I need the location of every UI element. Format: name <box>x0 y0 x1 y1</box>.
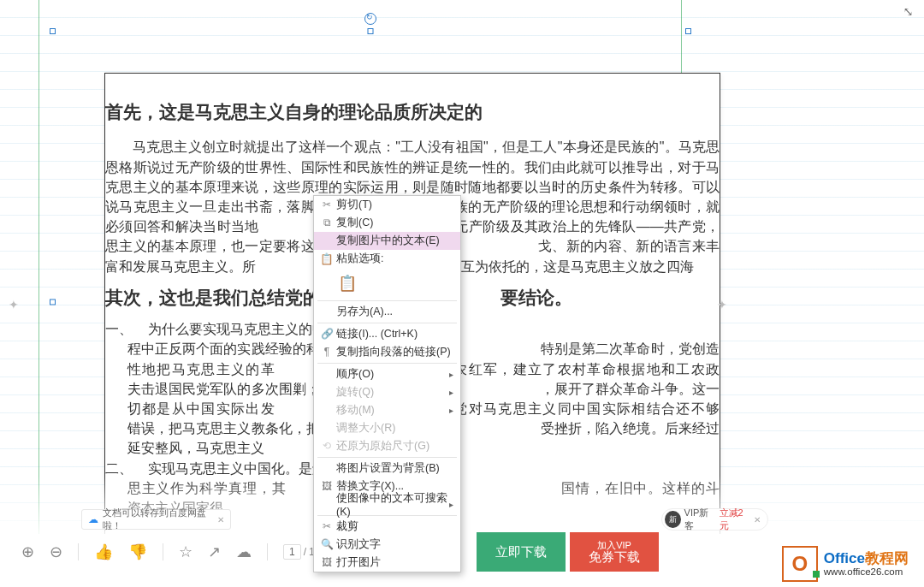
ctx-save-as[interactable]: 另存为(A)... <box>314 303 460 321</box>
logo-title: Office教程网 <box>824 551 909 566</box>
crop-icon: ✂ <box>317 520 336 534</box>
thumb-down-icon[interactable]: 👎 <box>128 543 147 561</box>
ctx-restore-size: ⟲ 还原为原始尺寸(G) <box>314 437 460 455</box>
ctx-set-as-background[interactable]: 将图片设置为背景(B) <box>314 460 460 477</box>
baidu-netdisk-hint[interactable]: ☁ 文档可以转存到百度网盘啦！ ✕ <box>81 509 231 530</box>
vip-discount: 立减2元 <box>720 507 750 532</box>
anchor-left-icon: ✦ <box>9 298 19 311</box>
chevron-right-icon: ▸ <box>449 370 453 379</box>
new-badge: 新 <box>665 511 681 528</box>
office-icon: O <box>782 546 818 582</box>
ctx-cut[interactable]: ✂ 剪切(T) <box>314 196 460 214</box>
para-link-icon: ¶ <box>317 346 336 359</box>
thumb-up-icon[interactable]: 👍 <box>94 543 113 561</box>
link-icon: 🔗 <box>317 328 336 341</box>
copy-text-icon <box>317 234 336 248</box>
ctx-crop[interactable]: ✂ 裁剪 <box>314 518 460 536</box>
star-icon[interactable]: ☆ <box>179 543 192 561</box>
ctx-open-image[interactable]: 🖼 打开图片 <box>314 554 460 572</box>
ctx-move: 移动(M) ▸ <box>314 401 460 419</box>
vip-download-button[interactable]: 加入VIP 免券下载 <box>570 532 659 572</box>
ctx-paste-options-header: 📋 粘贴选项: <box>314 250 460 268</box>
resize-handle-ml[interactable] <box>50 299 56 305</box>
toolbar-separator <box>163 543 163 560</box>
close-icon[interactable]: ✕ <box>217 515 224 525</box>
ocr-icon: 🔍 <box>317 538 336 552</box>
ctx-resize: 调整大小(R) <box>314 419 460 437</box>
download-now-button[interactable]: 立即下载 <box>477 532 566 572</box>
zoom-out-icon[interactable]: ⊖ <box>50 543 62 561</box>
close-icon[interactable]: ✕ <box>754 515 761 525</box>
resize-handle-tm[interactable] <box>368 28 374 34</box>
vip-label: VIP新客 <box>684 507 716 532</box>
doc-heading-1: 首先，这是马克思主义自身的理论品质所决定的 <box>105 99 720 125</box>
ctx-hyperlink[interactable]: 🔗 链接(I)... (Ctrl+K) <box>314 325 460 343</box>
cloud-save-icon[interactable]: ☁ <box>236 543 252 561</box>
zoom-in-icon[interactable]: ⊕ <box>21 543 34 561</box>
list-num-1: 一、 <box>105 319 133 339</box>
alt-text-icon: 🖼 <box>317 480 336 494</box>
resize-handle-tl[interactable] <box>50 28 56 34</box>
list1-first: 为什么要实现马克思主义的中国 <box>148 322 340 336</box>
ctx-order[interactable]: 顺序(O) ▸ <box>314 365 460 383</box>
ctx-ocr[interactable]: 🔍 识别文字 <box>314 536 460 554</box>
download-bar: 立即下载 加入VIP 免券下载 <box>477 532 659 572</box>
ctx-copy[interactable]: ⧉ 复制(C) <box>314 214 460 232</box>
cloud-icon: ☁ <box>88 513 98 525</box>
ctx-copy-text-in-image[interactable]: 复制图片中的文本(E) <box>314 232 460 250</box>
ctx-copy-paragraph-link[interactable]: ¶ 复制指向段落的链接(P) <box>314 343 460 361</box>
restore-icon: ⟲ <box>317 440 336 454</box>
office-tutorial-logo: O Office教程网 www.office26.com <box>782 546 909 582</box>
chevron-right-icon: ▸ <box>449 388 453 397</box>
list2-first: 实现马克思主义中国化。是解决 <box>148 461 340 476</box>
logo-url: www.office26.com <box>824 566 909 577</box>
page-sep: / <box>304 546 306 558</box>
scissors-icon: ✂ <box>317 199 336 212</box>
page-canvas: 首先，这是马克思主义自身的理论品质所决定的 马克思主义创立时就提出了这样一个观点… <box>10 0 914 531</box>
rotate-handle[interactable] <box>364 13 376 25</box>
toolbar-separator <box>78 543 79 560</box>
expand-icon[interactable]: ⤢ <box>902 7 915 17</box>
chevron-right-icon: ▸ <box>449 500 453 509</box>
context-menu: ✂ 剪切(T) ⧉ 复制(C) 复制图片中的文本(E) 📋 粘贴选项: 📋 另存… <box>313 195 461 572</box>
ctx-rotate: 旋转(Q) ▸ <box>314 383 460 401</box>
page-indicator: 1 / 1 <box>283 544 315 560</box>
baidu-hint-text: 文档可以转存到百度网盘啦！ <box>103 507 213 532</box>
ctx-separator <box>317 363 457 364</box>
page-current[interactable]: 1 <box>283 544 301 560</box>
ctx-paste-options: 📋 <box>314 268 460 299</box>
ctx-separator <box>317 300 457 301</box>
copy-icon: ⧉ <box>317 216 336 230</box>
paste-option-icon[interactable]: 📋 <box>336 271 358 295</box>
ctx-separator <box>317 323 457 323</box>
vip-promo-strip[interactable]: 新 VIP新客 立减2元 ✕ <box>661 508 768 531</box>
toolbar-separator <box>267 543 268 560</box>
share-icon[interactable]: ↗ <box>208 543 221 561</box>
anchor-right-icon: ✦ <box>717 298 727 311</box>
resize-handle-tr[interactable] <box>685 28 691 34</box>
open-image-icon: 🖼 <box>317 556 336 570</box>
clipboard-icon: 📋 <box>317 252 336 266</box>
list-num-2: 二、 <box>105 459 133 478</box>
ctx-separator <box>317 457 457 458</box>
ctx-searchable-text[interactable]: 使图像中的文本可搜索(K) ▸ <box>314 495 460 513</box>
chevron-right-icon: ▸ <box>449 406 453 415</box>
